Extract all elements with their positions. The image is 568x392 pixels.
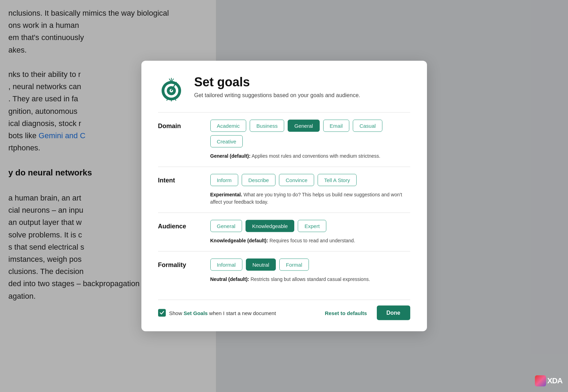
audience-tag-knowledgeable[interactable]: Knowledgeable [246,220,295,232]
modal-footer: Show Set Goals when I start a new docume… [158,300,410,320]
xda-logo-icon [535,375,546,386]
audience-desc-bold: Knowledgeable (default): [210,238,268,243]
intent-description: Experimental. What are you trying to do?… [210,191,410,206]
domain-description: General (default): Applies most rules an… [210,152,410,160]
checkbox-label: Show Set Goals when I start a new docume… [169,310,276,316]
formality-desc-bold: Neutral (default): [210,276,249,282]
done-button[interactable]: Done [377,306,410,320]
footer-left: Show Set Goals when I start a new docume… [158,309,276,317]
domain-tag-business[interactable]: Business [250,120,284,132]
domain-tag-casual[interactable]: Casual [353,120,382,132]
audience-content: General Knowledgeable Expert Knowledgeab… [210,220,410,244]
xda-logo-text: XDA [547,376,562,385]
audience-description: Knowledgeable (default): Requires focus … [210,237,410,244]
reset-button[interactable]: Reset to defaults [321,307,371,319]
audience-section: Audience General Knowledgeable Expert Kn… [158,213,410,251]
modal-subtitle: Get tailored writing suggestions based o… [194,92,360,99]
modal-title-area: Set goals Get tailored writing suggestio… [194,75,360,99]
audience-tag-general[interactable]: General [210,220,242,232]
intent-label: Intent [158,174,210,184]
svg-line-8 [172,79,173,81]
domain-tag-row: Academic Business General Email Casual C… [210,120,410,148]
footer-right: Reset to defaults Done [321,306,410,320]
modal-header: Set goals Get tailored writing suggestio… [158,75,410,103]
intent-tag-row: Inform Describe Convince Tell A Story [210,174,410,186]
domain-desc-bold: General (default): [210,153,251,159]
formality-desc-text: Restricts slang but allows standard casu… [250,276,370,282]
xda-logo: XDA [535,375,562,386]
domain-tag-email[interactable]: Email [323,120,350,132]
intent-section: Intent Inform Describe Convince Tell A S… [158,167,410,213]
checkbox-label-pre: Show [169,310,184,316]
set-goals-modal: Set goals Get tailored writing suggestio… [141,61,427,331]
svg-line-6 [169,79,171,81]
intent-content: Inform Describe Convince Tell A Story Ex… [210,174,410,206]
domain-tag-creative[interactable]: Creative [210,135,243,148]
domain-tag-general[interactable]: General [288,120,319,132]
intent-desc-bold: Experimental. [210,192,242,197]
domain-label: Domain [158,120,210,130]
formality-section: Formality Informal Neutral Formal Neutra… [158,251,410,290]
checkmark-icon [159,311,164,315]
intent-tag-inform[interactable]: Inform [210,174,239,186]
domain-desc-text: Applies most rules and conventions with … [252,153,381,159]
audience-tag-row: General Knowledgeable Expert [210,220,410,232]
set-goals-highlight: Set Goals [184,310,208,316]
formality-tag-neutral[interactable]: Neutral [246,259,276,271]
modal-title: Set goals [194,75,360,89]
domain-tag-academic[interactable]: Academic [210,120,247,132]
audience-desc-text: Requires focus to read and understand. [270,238,355,243]
formality-tag-formal[interactable]: Formal [279,259,309,271]
intent-tag-describe[interactable]: Describe [242,174,275,186]
domain-content: Academic Business General Email Casual C… [210,120,410,160]
intent-tag-tell-a-story[interactable]: Tell A Story [318,174,357,186]
formality-tag-row: Informal Neutral Formal [210,259,410,271]
goals-icon [158,75,186,103]
intent-tag-convince[interactable]: Convince [279,174,314,186]
show-goals-checkbox[interactable] [158,309,166,317]
formality-content: Informal Neutral Formal Neutral (default… [210,259,410,283]
domain-section: Domain Academic Business General Email C… [158,112,410,167]
formality-description: Neutral (default): Restricts slang but a… [210,276,410,283]
audience-label: Audience [158,220,210,230]
audience-tag-expert[interactable]: Expert [298,220,326,232]
checkbox-label-post: when I start a new document [208,310,276,316]
formality-tag-informal[interactable]: Informal [210,259,242,271]
formality-label: Formality [158,259,210,269]
